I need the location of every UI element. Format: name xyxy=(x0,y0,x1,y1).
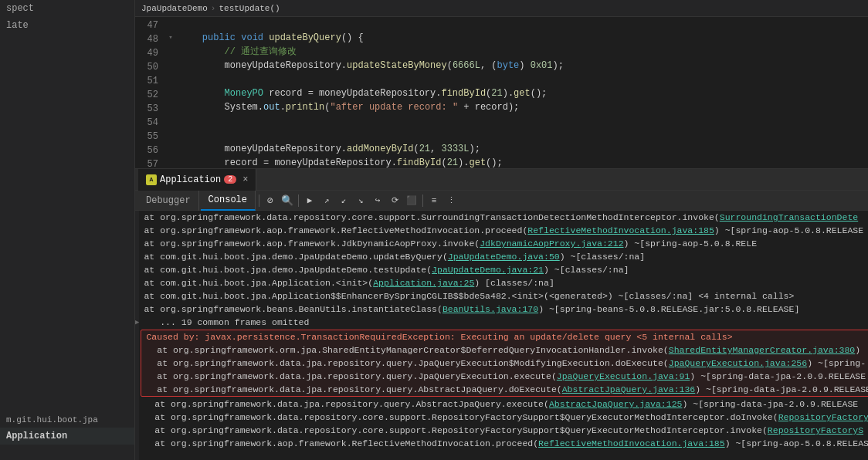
sidebar-item-jpa[interactable]: m.git.hui.boot.jpa xyxy=(0,412,134,428)
sidebar-item-spect[interactable]: spect xyxy=(0,0,134,17)
tab-close[interactable]: × xyxy=(242,174,248,185)
sidebar-item-application[interactable]: Application xyxy=(0,428,134,445)
console-line-13: at org.springframework.data.jpa.reposito… xyxy=(141,370,868,383)
toolbar-bar: Debugger Console ⊘ 🔍 ▶ ↗ ↙ ↘ ↪ ⟳ ⬛ xyxy=(135,191,868,211)
code-line-56: moneyUpdateRepository.addMoneyById(21, 3… xyxy=(180,142,868,156)
tab-icon: A xyxy=(146,174,157,185)
code-line-49: // 通过查询修改 xyxy=(180,45,868,59)
toolbar-btn-7[interactable]: ⬛ xyxy=(404,193,419,208)
breadcrumb: JpaUpdateDemo › testUpdate() xyxy=(135,0,868,17)
console-error-block: Caused by: javax.persistence.Transaction… xyxy=(141,330,868,397)
breadcrumb-sep: › xyxy=(211,4,216,13)
console-line-17: at org.springframework.data.repository.c… xyxy=(139,424,868,437)
code-line-57: record = moneyUpdateRepository.findById(… xyxy=(180,156,868,168)
console-line-6: at com.git.hui.boot.jpa.Application.<ini… xyxy=(139,276,868,289)
code-line-52: MoneyPO record = moneyUpdateRepository.f… xyxy=(180,86,868,100)
console-line-9: ... 19 common frames omitted xyxy=(139,316,868,329)
console-line-1: at org.springframework.data.repository.c… xyxy=(139,211,868,224)
code-line-47 xyxy=(180,17,868,31)
console-line-16: at org.springframework.data.repository.c… xyxy=(139,411,868,424)
console-line-15: at org.springframework.data.jpa.reposito… xyxy=(139,397,868,411)
sidebar-item-late[interactable]: late xyxy=(0,17,134,34)
toolbar-btn-1[interactable]: ▶ xyxy=(302,193,317,208)
code-line-53: System.out.println("after update record:… xyxy=(180,100,868,114)
tab-debugger[interactable]: Debugger xyxy=(138,191,199,211)
toolbar-btn-filter[interactable]: 🔍 xyxy=(280,193,295,208)
collapse-gutter: ▾ xyxy=(164,17,177,168)
console-line-10: Caused by: javax.persistence.Transaction… xyxy=(141,330,868,343)
breadcrumb-method[interactable]: testUpdate() xyxy=(219,4,280,13)
console-line-4: at com.git.hui.boot.jpa.demo.JpaUpdateDe… xyxy=(139,250,868,263)
console-line-8: at org.springframework.beans.BeanUtils.i… xyxy=(139,303,868,316)
console-line-3: at org.springframework.aop.framework.Jdk… xyxy=(139,237,868,250)
console-line-18: at org.springframework.aop.framework.Ref… xyxy=(139,437,868,450)
toolbar-btn-6[interactable]: ⟳ xyxy=(387,193,402,208)
code-line-51 xyxy=(180,73,868,86)
toolbar-btn-clear[interactable]: ⊘ xyxy=(263,193,278,208)
console-line-14: at org.springframework.data.jpa.reposito… xyxy=(141,383,868,396)
console-line-11: at org.springframework.orm.jpa.SharedEnt… xyxy=(141,343,868,357)
console-line-12: at org.springframework.data.jpa.reposito… xyxy=(141,357,868,370)
breadcrumb-jpa[interactable]: JpaUpdateDemo xyxy=(141,4,208,13)
console-output: ▶ at org.springframework.data.repository… xyxy=(135,211,868,460)
toolbar-btn-2[interactable]: ↗ xyxy=(319,193,334,208)
toolbar-btn-9[interactable]: ⋮ xyxy=(443,193,459,208)
console-line-5: at com.git.hui.boot.jpa.demo.JpaUpdateDe… xyxy=(139,263,868,276)
tab-application[interactable]: A Application 2 × xyxy=(138,169,256,191)
right-content: JpaUpdateDemo › testUpdate() 47 48 49 50… xyxy=(135,0,868,460)
toolbar-btn-5[interactable]: ↪ xyxy=(370,193,385,208)
console-line-7: at com.git.hui.boot.jpa.Application$$Enh… xyxy=(139,289,868,303)
console-lines: at org.springframework.data.repository.c… xyxy=(139,211,868,460)
collapse-icon[interactable]: ▾ xyxy=(168,31,172,45)
left-sidebar: spect late m.git.hui.boot.jpa Applicatio… xyxy=(0,0,135,460)
tab-badge: 2 xyxy=(224,175,236,184)
code-content: public void updateByQuery() { // 通过查询修改 … xyxy=(177,17,868,168)
tab-bar: A Application 2 × xyxy=(135,169,868,191)
toolbar-btn-4[interactable]: ↘ xyxy=(353,193,368,208)
toolbar-btn-3[interactable]: ↙ xyxy=(336,193,351,208)
toolbar-btn-8[interactable]: ≡ xyxy=(426,193,442,208)
code-editor: JpaUpdateDemo › testUpdate() 47 48 49 50… xyxy=(135,0,868,168)
tab-console[interactable]: Console xyxy=(201,191,256,211)
tab-label: Application xyxy=(160,174,221,185)
code-line-50: moneyUpdateRepository.updateStateByMoney… xyxy=(180,59,868,73)
bottom-panel: A Application 2 × Debugger Console ⊘ xyxy=(135,168,868,460)
code-line-54 xyxy=(180,114,868,128)
console-line-2: at org.springframework.aop.framework.Ref… xyxy=(139,224,868,237)
code-line-55 xyxy=(180,128,868,142)
code-line-48: public void updateByQuery() { xyxy=(180,31,868,45)
line-numbers: 47 48 49 50 51 52 53 54 55 56 57 58 xyxy=(135,17,164,168)
